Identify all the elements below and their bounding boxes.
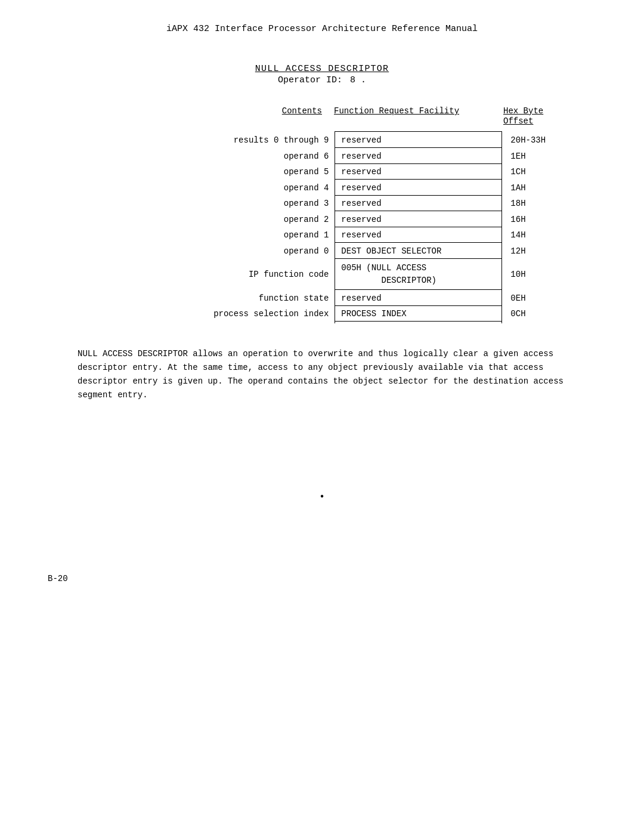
col-header-contents: Contents (221, 106, 328, 126)
section-title: NULL ACCESS DESCRIPTOR (48, 64, 596, 74)
col-header-facility: Function Request Facility (328, 106, 495, 126)
operator-id: Operator ID: 8 . (48, 75, 596, 85)
table-row: process selection index PROCESS INDEX 0C… (82, 307, 562, 322)
row-hex: 1CH (502, 165, 562, 180)
row-content: reserved (335, 196, 502, 211)
row-content: reserved (335, 212, 502, 227)
col-header-hex: Hex Byte Offset (495, 106, 555, 126)
row-hex: 12H (502, 244, 562, 259)
row-content: reserved (335, 133, 502, 148)
description-block: NULL ACCESS DESCRIPTOR allows an operati… (78, 347, 566, 402)
header-title: iAPX 432 Interface Processor Architectur… (166, 24, 478, 34)
page-footer: B-20 (48, 574, 596, 583)
row-hex: 10H (502, 260, 562, 290)
row-label: operand 5 (213, 165, 335, 180)
description-text: NULL ACCESS DESCRIPTOR allows an operati… (78, 349, 564, 400)
row-label: operand 6 (213, 149, 335, 164)
row-label: results 0 through 9 (213, 133, 335, 148)
table-row: operand 6 reserved 1EH (82, 149, 562, 164)
row-label: operand 3 (213, 196, 335, 211)
row-content: reserved (335, 181, 502, 196)
row-hex: 20H-33H (502, 133, 562, 148)
descriptor-table: results 0 through 9 reserved 20H-33H (82, 131, 562, 323)
row-content: 005H (NULL ACCESS DESCRIPTOR) (335, 260, 502, 290)
table-row: operand 1 reserved 14H (82, 228, 562, 243)
table-row: function state reserved 0EH (82, 291, 562, 306)
row-hex: 1AH (502, 181, 562, 196)
row-hex: 16H (502, 212, 562, 227)
row-label: operand 2 (213, 212, 335, 227)
row-content: reserved (335, 165, 502, 180)
row-content: DEST OBJECT SELECTOR (335, 244, 502, 259)
row-label: operand 1 (213, 228, 335, 243)
table-row: results 0 through 9 reserved 20H-33H (82, 133, 562, 148)
row-label: function state (213, 291, 335, 306)
table-row: IP function code 005H (NULL ACCESS DESCR… (82, 260, 562, 290)
table-row: operand 2 reserved 16H (82, 212, 562, 227)
row-hex: 0CH (502, 307, 562, 322)
row-hex: 0EH (502, 291, 562, 306)
row-label: process selection index (213, 307, 335, 322)
table-row: operand 5 reserved 1CH (82, 165, 562, 180)
section-title-text: NULL ACCESS DESCRIPTOR (255, 64, 389, 74)
row-content: reserved (335, 291, 502, 306)
row-hex: 1EH (502, 149, 562, 164)
row-content: PROCESS INDEX (335, 307, 502, 322)
row-label: operand 4 (213, 181, 335, 196)
operator-id-value: 8 . (350, 75, 366, 85)
page-number: B-20 (48, 574, 68, 583)
row-content: reserved (335, 149, 502, 164)
row-label: operand 0 (213, 244, 335, 259)
row-content: reserved (335, 228, 502, 243)
row-hex: 18H (502, 196, 562, 211)
page-bullet: • (48, 492, 596, 502)
page-header: iAPX 432 Interface Processor Architectur… (48, 24, 596, 34)
operator-id-label: Operator ID: (278, 75, 342, 85)
table-row: operand 0 DEST OBJECT SELECTOR 12H (82, 244, 562, 259)
row-label: IP function code (213, 260, 335, 290)
row-hex: 14H (502, 228, 562, 243)
table-row: operand 3 reserved 18H (82, 196, 562, 211)
table-row: operand 4 reserved 1AH (82, 181, 562, 196)
table-bottom-border (82, 322, 562, 323)
